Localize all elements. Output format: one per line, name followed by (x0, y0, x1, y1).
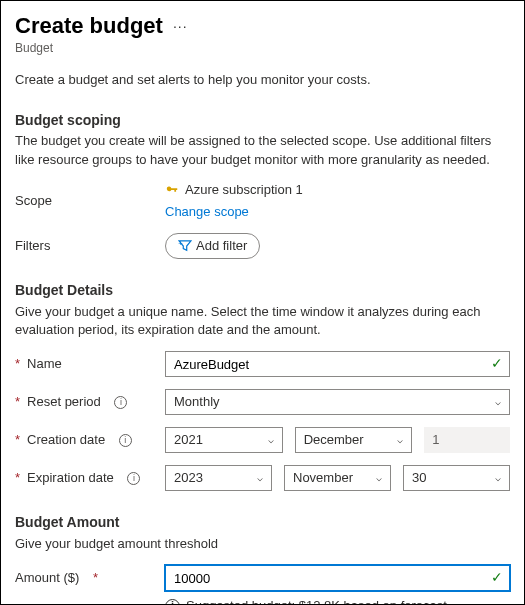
info-icon[interactable]: i (127, 472, 140, 485)
creation-year-value: 2021 (174, 431, 203, 449)
filter-icon: + (178, 240, 192, 252)
required-icon: * (15, 355, 20, 373)
amount-description: Give your budget amount threshold (15, 535, 510, 553)
change-scope-link[interactable]: Change scope (165, 203, 510, 221)
expiration-year-value: 2023 (174, 469, 203, 487)
required-icon: * (15, 469, 20, 487)
expiration-day-select[interactable]: 30 ⌵ (403, 465, 510, 491)
check-icon: ✓ (491, 354, 503, 374)
expiration-month-value: November (293, 469, 353, 487)
required-icon: * (93, 569, 98, 587)
details-description: Give your budget a unique name. Select t… (15, 303, 510, 339)
info-icon[interactable]: i (119, 434, 132, 447)
add-filter-button[interactable]: + Add filter (165, 233, 260, 259)
expiration-day-value: 30 (412, 469, 426, 487)
suggestion-text: Suggested budget: $12.8K based on foreca… (186, 597, 451, 605)
amount-heading: Budget Amount (15, 513, 510, 533)
scoping-heading: Budget scoping (15, 111, 510, 131)
required-icon: * (15, 393, 20, 411)
chevron-down-icon: ⌵ (257, 471, 263, 485)
details-heading: Budget Details (15, 281, 510, 301)
chevron-down-icon: ⌵ (376, 471, 382, 485)
filters-label: Filters (15, 237, 165, 255)
key-icon (165, 183, 179, 197)
chevron-down-icon: ⌵ (397, 433, 403, 447)
expiration-date-label: Expiration date (27, 469, 114, 487)
page-title: Create budget (15, 11, 163, 42)
amount-label: Amount ($) (15, 569, 79, 587)
info-icon: i (165, 599, 180, 605)
name-input[interactable]: ✓ (165, 351, 510, 377)
name-label: Name (27, 355, 62, 373)
intro-text: Create a budget and set alerts to help y… (15, 71, 510, 89)
amount-input[interactable]: ✓ (165, 565, 510, 591)
reset-label: Reset period (27, 393, 101, 411)
creation-year-select[interactable]: 2021 ⌵ (165, 427, 283, 453)
page-subtitle: Budget (15, 40, 510, 57)
expiration-year-select[interactable]: 2023 ⌵ (165, 465, 272, 491)
scoping-description: The budget you create will be assigned t… (15, 132, 510, 168)
add-filter-label: Add filter (196, 237, 247, 255)
name-input-field[interactable] (174, 352, 501, 376)
scope-value: Azure subscription 1 (185, 181, 303, 199)
expiration-month-select[interactable]: November ⌵ (284, 465, 391, 491)
more-icon[interactable]: ··· (173, 17, 188, 37)
creation-day-readonly: 1 (424, 427, 510, 453)
chevron-down-icon: ⌵ (268, 433, 274, 447)
creation-month-select[interactable]: December ⌵ (295, 427, 413, 453)
creation-date-label: Creation date (27, 431, 105, 449)
svg-text:+: + (178, 240, 183, 248)
amount-input-field[interactable] (174, 566, 501, 590)
scope-label: Scope (15, 192, 165, 210)
reset-period-value: Monthly (174, 393, 220, 411)
check-icon: ✓ (491, 568, 503, 588)
creation-day-value: 1 (432, 431, 439, 449)
creation-month-value: December (304, 431, 364, 449)
required-icon: * (15, 431, 20, 449)
chevron-down-icon: ⌵ (495, 471, 501, 485)
info-icon[interactable]: i (114, 396, 127, 409)
chevron-down-icon: ⌵ (495, 395, 501, 409)
reset-period-select[interactable]: Monthly ⌵ (165, 389, 510, 415)
